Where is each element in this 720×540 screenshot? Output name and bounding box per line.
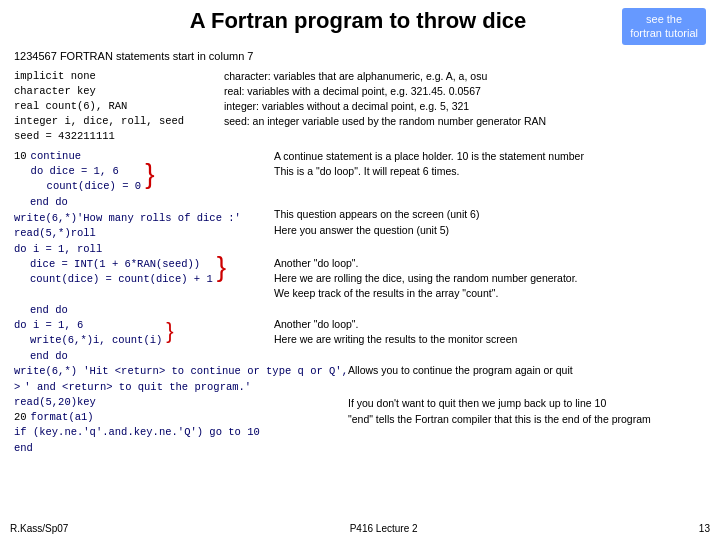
desc-real: real: variables with a decimal point, e.… [224, 84, 706, 99]
var-integer: integer i, dice, roll, seed [14, 114, 214, 129]
desc-character: character: variables that are alphanumer… [224, 69, 706, 84]
code-count-count: count(dice) = count(dice) + 1 [30, 272, 213, 287]
explain-read-answer: Here you answer the question (unit 5) [274, 223, 706, 238]
code-end-do-3: end do [30, 349, 348, 364]
code-end: end [14, 441, 348, 456]
page-title: A Fortran program to throw dice [94, 8, 622, 34]
footer: R.Kass/Sp07 P416 Lecture 2 13 [10, 523, 710, 534]
statements-line: 1234567 FORTRAN statements start in colu… [14, 49, 706, 65]
code-write-i-count: write(6,*)i, count(i) [30, 333, 162, 348]
explain-format: If you don't want to quit then we jump b… [348, 396, 706, 411]
code-do-i-6: do i = 1, 6 [14, 318, 162, 333]
code-read-roll: read(5,*)roll [14, 226, 274, 241]
desc-integer: integer: variables without a decimal poi… [224, 99, 706, 114]
code-do-dice: do dice = 1, 6 [31, 164, 142, 179]
code-format-a1: format(a1) [31, 410, 94, 425]
code-continue: continue [31, 149, 155, 164]
line-num-10: 10 [14, 149, 27, 164]
var-character: character key [14, 84, 214, 99]
var-implicit: implicit none [14, 69, 214, 84]
code-and-return: ' and <return> to quit the program.' [24, 380, 251, 395]
explain-continue: A continue statement is a place holder. … [274, 149, 706, 164]
explain-do-i-6-1: Another "do loop". [274, 317, 706, 332]
code-write-hit: write(6,*) 'Hit <return> to continue or … [14, 364, 348, 379]
code-write-rolls: write(6,*)'How many rolls of dice :' [14, 211, 274, 226]
code-do-i-roll: do i = 1, roll [14, 242, 226, 257]
explain-do-dice: This is a "do loop". It will repeat 6 ti… [274, 164, 706, 179]
code-count-dice: count(dice) = 0 [47, 179, 142, 194]
tutorial-button[interactable]: see thefortran tutorial [622, 8, 706, 45]
explain-end: "end" tells the Fortran compiler that th… [348, 412, 706, 427]
code-if-key: if (key.ne.'q'.and.key.ne.'Q') go to 10 [14, 425, 348, 440]
footer-right: 13 [699, 523, 710, 534]
code-end-do-1: end do [30, 195, 274, 210]
explain-do-i-roll-2: Here we are rolling the dice, using the … [274, 271, 706, 286]
var-real: real count(6), RAN [14, 99, 214, 114]
footer-center: P416 Lecture 2 [350, 523, 418, 534]
code-end-do-2: end do [30, 303, 274, 318]
desc-seed: seed: an integer variable used by the ra… [224, 114, 706, 129]
explain-write-screen: This question appears on the screen (uni… [274, 207, 706, 222]
code-read-key: read(5,20)key [14, 395, 348, 410]
code-gt: > [14, 380, 20, 395]
footer-left: R.Kass/Sp07 [10, 523, 68, 534]
var-seed: seed = 432211111 [14, 129, 214, 144]
explain-do-i-6-2: Here we are writing the results to the m… [274, 332, 706, 347]
line-num-20: 20 [14, 410, 27, 425]
explain-do-i-roll-1: Another "do loop". [274, 256, 706, 271]
code-dice-int: dice = INT(1 + 6*RAN(seed)) [30, 257, 213, 272]
explain-write-hit: Allows you to continue the program again… [348, 363, 706, 378]
explain-do-i-roll-3: We keep track of the results in the arra… [274, 286, 706, 301]
